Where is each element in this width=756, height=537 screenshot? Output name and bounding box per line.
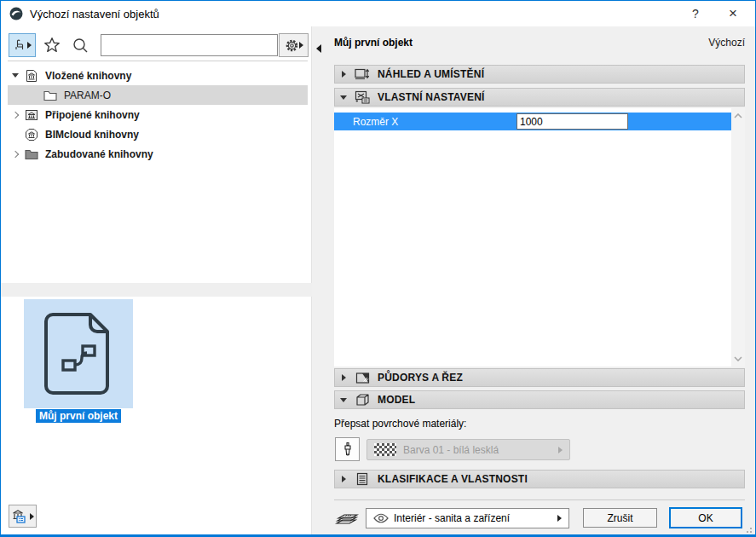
settings-pane: Můj první objekt Výchozí NÁHLED A UMÍSTĚ… xyxy=(312,26,755,534)
settings-header: Můj první objekt Výchozí xyxy=(334,37,745,49)
section-label: PŮDORYS A ŘEZ xyxy=(378,372,463,384)
browser-toolbar xyxy=(1,26,312,61)
settings-menu-button[interactable] xyxy=(279,33,309,57)
expand-collapse-icon[interactable] xyxy=(8,152,23,157)
section-label: MODEL xyxy=(378,394,415,406)
library-tree: Vložené knihovny PARAM-O xyxy=(8,66,308,164)
archicad-logo-icon xyxy=(9,7,23,20)
custom-settings-scrollbar[interactable] xyxy=(731,108,745,367)
model-icon xyxy=(352,393,372,407)
material-name: Barva 01 - bílá lesklá xyxy=(403,444,558,456)
section-expanded-icon xyxy=(335,95,352,100)
parameter-value-input[interactable] xyxy=(517,113,628,130)
embedded-library-icon xyxy=(23,69,40,83)
linked-library-icon xyxy=(23,108,40,122)
section-classification[interactable]: KLASIFIKACE A VLASTNOSTI xyxy=(334,470,745,488)
tree-item-label: Zabudované knihovny xyxy=(45,148,153,160)
folder-icon xyxy=(42,90,59,101)
tree-item-label: PARAM-O xyxy=(64,90,111,101)
gear-icon xyxy=(285,38,299,53)
parameter-name: Rozměr X xyxy=(334,116,398,128)
parameter-row-selected[interactable]: Rozměr X xyxy=(334,113,731,130)
object-list-panel: Můj první objekt xyxy=(8,297,309,503)
favorites-button[interactable] xyxy=(42,35,62,55)
object-default-settings-dialog: Výchozí nastavení objektů ? × xyxy=(0,0,756,537)
layer-name: Interiér - sanita a zařízení xyxy=(394,512,557,524)
dropdown-arrow-icon xyxy=(558,447,563,453)
tree-item-linked-libraries[interactable]: Připojené knihovny xyxy=(8,105,308,124)
collapse-pane-icon[interactable] xyxy=(316,44,321,53)
library-manager-icon xyxy=(11,509,28,524)
object-thumbnail-selected[interactable] xyxy=(24,299,133,408)
custom-settings-icon xyxy=(352,90,372,104)
layer-stack-icon xyxy=(335,509,359,528)
search-input[interactable] xyxy=(101,34,278,56)
paint-brush-icon xyxy=(342,442,354,457)
surface-paint-button[interactable] xyxy=(335,437,360,461)
expand-collapse-icon[interactable] xyxy=(8,73,23,78)
default-indicator[interactable]: Výchozí xyxy=(708,37,745,49)
window-title: Výchozí nastavení objektů xyxy=(30,8,159,20)
pane-splitter[interactable] xyxy=(1,283,312,297)
tree-item-builtin-libraries[interactable]: Zabudované knihovny xyxy=(8,144,308,164)
custom-settings-content: Rozměr X xyxy=(334,108,745,367)
tree-item-label: Vložené knihovny xyxy=(45,70,131,82)
close-button[interactable]: × xyxy=(716,1,750,26)
search-icon xyxy=(72,37,89,55)
surface-material-dropdown-disabled: Barva 01 - bílá lesklá xyxy=(366,439,570,460)
chair-icon xyxy=(13,38,26,52)
bimcloud-library-icon xyxy=(23,128,40,141)
cancel-button[interactable]: Zrušit xyxy=(583,508,657,528)
footer-separator xyxy=(334,499,745,500)
section-label: KLASIFIKACE A VLASTNOSTI xyxy=(378,473,528,485)
tree-item-bimcloud-libraries[interactable]: BIMcloud knihovny xyxy=(8,124,308,144)
ok-button[interactable]: OK xyxy=(669,507,742,528)
library-manager-button[interactable] xyxy=(9,505,37,528)
object-name-selected[interactable]: Můj první objekt xyxy=(36,409,121,423)
section-collapsed-icon xyxy=(335,476,352,482)
param-object-icon xyxy=(43,311,114,396)
section-custom-settings[interactable]: VLASTNÍ NASTAVENÍ xyxy=(334,88,745,107)
eye-icon xyxy=(373,513,389,523)
builtin-folder-icon xyxy=(23,148,40,160)
tree-item-label: Připojené knihovny xyxy=(45,109,140,121)
section-label: NÁHLED A UMÍSTĚNÍ xyxy=(378,68,484,80)
flyout-arrow-icon xyxy=(30,513,34,520)
scroll-up-icon[interactable] xyxy=(734,113,742,118)
plan-section-icon xyxy=(352,372,372,384)
override-surfaces-label: Přepsat povrchové materiály: xyxy=(334,418,466,430)
tree-item-embedded-libraries[interactable]: Vložené knihovny xyxy=(8,66,308,85)
scroll-down-icon[interactable] xyxy=(734,356,742,361)
tree-item-label: BIMcloud knihovny xyxy=(45,129,139,141)
title-bar: Výchozí nastavení objektů ? × xyxy=(1,1,755,26)
toolbar-separator xyxy=(8,61,308,61)
resize-grip[interactable] xyxy=(743,524,752,533)
search-button[interactable] xyxy=(71,36,90,55)
element-type-button[interactable] xyxy=(9,33,36,57)
section-label: VLASTNÍ NASTAVENÍ xyxy=(378,91,485,103)
section-collapsed-icon xyxy=(335,374,352,381)
preview-placement-icon xyxy=(352,68,372,81)
section-plan-section[interactable]: PŮDORYS A ŘEZ xyxy=(334,368,745,387)
object-name-row: Můj první objekt xyxy=(8,409,149,423)
star-icon xyxy=(43,36,61,55)
tree-item-param-o[interactable]: PARAM-O xyxy=(8,85,308,105)
material-swatch xyxy=(374,443,396,456)
section-collapsed-icon xyxy=(335,71,352,78)
library-browser-pane: Vložené knihovny PARAM-O xyxy=(1,26,312,534)
expand-collapse-icon[interactable] xyxy=(8,113,23,118)
section-expanded-icon xyxy=(335,398,352,402)
section-model[interactable]: MODEL xyxy=(334,390,745,409)
dropdown-arrow-icon xyxy=(557,515,562,522)
layer-dropdown[interactable]: Interiér - sanita a zařízení xyxy=(366,508,569,528)
selected-object-title: Můj první objekt xyxy=(334,37,413,49)
help-button[interactable]: ? xyxy=(678,1,713,26)
flyout-arrow-icon xyxy=(299,42,303,49)
section-preview-placement[interactable]: NÁHLED A UMÍSTĚNÍ xyxy=(334,65,745,84)
classification-icon xyxy=(352,472,372,486)
flyout-arrow-icon xyxy=(27,42,32,49)
